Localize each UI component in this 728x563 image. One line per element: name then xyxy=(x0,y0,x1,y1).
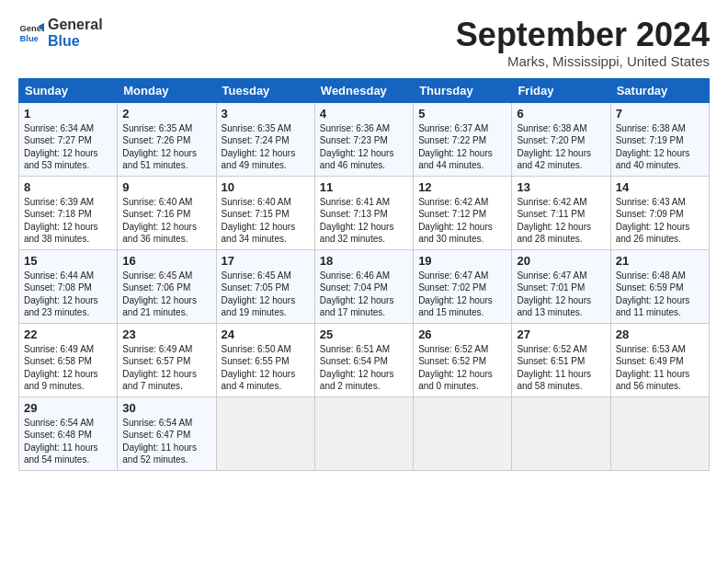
cell-info: Sunrise: 6:53 AM Sunset: 6:49 PM Dayligh… xyxy=(616,343,704,393)
cell-info: Sunrise: 6:38 AM Sunset: 7:20 PM Dayligh… xyxy=(517,122,605,172)
cell-info: Sunrise: 6:49 AM Sunset: 6:58 PM Dayligh… xyxy=(24,343,112,393)
cell-info: Sunrise: 6:36 AM Sunset: 7:23 PM Dayligh… xyxy=(320,122,408,172)
cell-info: Sunrise: 6:40 AM Sunset: 7:15 PM Dayligh… xyxy=(222,196,310,246)
day-number: 4 xyxy=(320,107,408,121)
table-row: 22Sunrise: 6:49 AM Sunset: 6:58 PM Dayli… xyxy=(19,323,118,396)
table-row: 5Sunrise: 6:37 AM Sunset: 7:22 PM Daylig… xyxy=(414,102,512,176)
table-row: 1Sunrise: 6:34 AM Sunset: 7:27 PM Daylig… xyxy=(19,102,118,176)
table-row: 20Sunrise: 6:47 AM Sunset: 7:01 PM Dayli… xyxy=(512,249,610,323)
table-row: 25Sunrise: 6:51 AM Sunset: 6:54 PM Dayli… xyxy=(314,323,413,396)
cell-info: Sunrise: 6:47 AM Sunset: 7:01 PM Dayligh… xyxy=(517,270,605,319)
day-number: 27 xyxy=(517,327,605,341)
cell-info: Sunrise: 6:35 AM Sunset: 7:26 PM Dayligh… xyxy=(122,122,210,172)
cell-info: Sunrise: 6:43 AM Sunset: 7:09 PM Dayligh… xyxy=(616,196,704,246)
day-number: 11 xyxy=(320,180,408,194)
cell-info: Sunrise: 6:49 AM Sunset: 6:57 PM Dayligh… xyxy=(122,343,210,393)
table-row: 12Sunrise: 6:42 AM Sunset: 7:12 PM Dayli… xyxy=(414,176,512,249)
table-row: 7Sunrise: 6:38 AM Sunset: 7:19 PM Daylig… xyxy=(610,102,709,176)
logo-text-blue: Blue xyxy=(48,33,103,50)
day-number: 21 xyxy=(616,254,704,268)
day-number: 18 xyxy=(320,254,408,268)
day-number: 6 xyxy=(517,107,605,121)
cell-info: Sunrise: 6:54 AM Sunset: 6:47 PM Dayligh… xyxy=(122,417,210,466)
day-number: 5 xyxy=(418,107,506,121)
table-row: 29Sunrise: 6:54 AM Sunset: 6:48 PM Dayli… xyxy=(19,396,118,470)
month-title: September 2024 xyxy=(456,17,710,53)
cell-info: Sunrise: 6:39 AM Sunset: 7:18 PM Dayligh… xyxy=(24,196,112,246)
day-number: 16 xyxy=(122,254,210,268)
col-friday: Friday xyxy=(512,78,610,102)
col-tuesday: Tuesday xyxy=(216,78,314,102)
table-row: 17Sunrise: 6:45 AM Sunset: 7:05 PM Dayli… xyxy=(216,249,314,323)
cell-info: Sunrise: 6:52 AM Sunset: 6:52 PM Dayligh… xyxy=(418,343,506,393)
table-row: 2Sunrise: 6:35 AM Sunset: 7:26 PM Daylig… xyxy=(118,102,216,176)
table-row: 14Sunrise: 6:43 AM Sunset: 7:09 PM Dayli… xyxy=(610,176,709,249)
table-row xyxy=(610,396,709,470)
day-number: 19 xyxy=(418,254,506,268)
header: General Blue General Blue September 2024… xyxy=(18,17,710,69)
table-row: 3Sunrise: 6:35 AM Sunset: 7:24 PM Daylig… xyxy=(216,102,314,176)
table-row xyxy=(512,396,610,470)
table-row: 8Sunrise: 6:39 AM Sunset: 7:18 PM Daylig… xyxy=(19,176,118,249)
table-row: 19Sunrise: 6:47 AM Sunset: 7:02 PM Dayli… xyxy=(414,249,512,323)
table-row: 26Sunrise: 6:52 AM Sunset: 6:52 PM Dayli… xyxy=(414,323,512,396)
cell-info: Sunrise: 6:50 AM Sunset: 6:55 PM Dayligh… xyxy=(222,343,310,393)
table-row: 13Sunrise: 6:42 AM Sunset: 7:11 PM Dayli… xyxy=(512,176,610,249)
day-number: 17 xyxy=(222,254,310,268)
cell-info: Sunrise: 6:35 AM Sunset: 7:24 PM Dayligh… xyxy=(222,122,310,172)
col-monday: Monday xyxy=(118,78,216,102)
location-text: Marks, Mississippi, United States xyxy=(456,53,710,69)
table-row: 21Sunrise: 6:48 AM Sunset: 6:59 PM Dayli… xyxy=(610,249,709,323)
day-number: 3 xyxy=(222,107,310,121)
table-row xyxy=(216,396,314,470)
table-row: 27Sunrise: 6:52 AM Sunset: 6:51 PM Dayli… xyxy=(512,323,610,396)
table-row: 18Sunrise: 6:46 AM Sunset: 7:04 PM Dayli… xyxy=(314,249,413,323)
table-row: 24Sunrise: 6:50 AM Sunset: 6:55 PM Dayli… xyxy=(216,323,314,396)
day-number: 29 xyxy=(24,401,112,415)
col-thursday: Thursday xyxy=(414,78,512,102)
logo-text-general: General xyxy=(48,17,103,33)
day-number: 12 xyxy=(418,180,506,194)
cell-info: Sunrise: 6:54 AM Sunset: 6:48 PM Dayligh… xyxy=(24,417,112,466)
day-number: 20 xyxy=(517,254,605,268)
col-sunday: Sunday xyxy=(19,78,118,102)
logo: General Blue General Blue xyxy=(18,17,103,49)
table-row: 9Sunrise: 6:40 AM Sunset: 7:16 PM Daylig… xyxy=(118,176,216,249)
cell-info: Sunrise: 6:52 AM Sunset: 6:51 PM Dayligh… xyxy=(517,343,605,393)
svg-text:Blue: Blue xyxy=(20,34,39,43)
cell-info: Sunrise: 6:42 AM Sunset: 7:11 PM Dayligh… xyxy=(517,196,605,246)
cell-info: Sunrise: 6:45 AM Sunset: 7:06 PM Dayligh… xyxy=(122,270,210,319)
table-row: 23Sunrise: 6:49 AM Sunset: 6:57 PM Dayli… xyxy=(118,323,216,396)
day-number: 22 xyxy=(24,327,112,341)
day-number: 13 xyxy=(517,180,605,194)
cell-info: Sunrise: 6:48 AM Sunset: 6:59 PM Dayligh… xyxy=(616,270,704,319)
cell-info: Sunrise: 6:34 AM Sunset: 7:27 PM Dayligh… xyxy=(24,122,112,172)
cell-info: Sunrise: 6:47 AM Sunset: 7:02 PM Dayligh… xyxy=(418,270,506,319)
day-number: 1 xyxy=(24,107,112,121)
col-wednesday: Wednesday xyxy=(314,78,413,102)
day-number: 15 xyxy=(24,254,112,268)
calendar-table: Sunday Monday Tuesday Wednesday Thursday… xyxy=(18,78,710,471)
col-saturday: Saturday xyxy=(610,78,709,102)
table-row: 11Sunrise: 6:41 AM Sunset: 7:13 PM Dayli… xyxy=(314,176,413,249)
day-number: 24 xyxy=(222,327,310,341)
cell-info: Sunrise: 6:42 AM Sunset: 7:12 PM Dayligh… xyxy=(418,196,506,246)
table-row: 10Sunrise: 6:40 AM Sunset: 7:15 PM Dayli… xyxy=(216,176,314,249)
cell-info: Sunrise: 6:41 AM Sunset: 7:13 PM Dayligh… xyxy=(320,196,408,246)
day-number: 8 xyxy=(24,180,112,194)
table-row xyxy=(414,396,512,470)
day-number: 7 xyxy=(616,107,704,121)
logo-icon: General Blue xyxy=(18,20,44,46)
header-row: Sunday Monday Tuesday Wednesday Thursday… xyxy=(19,78,710,102)
table-row: 4Sunrise: 6:36 AM Sunset: 7:23 PM Daylig… xyxy=(314,102,413,176)
cell-info: Sunrise: 6:45 AM Sunset: 7:05 PM Dayligh… xyxy=(222,270,310,319)
table-row: 28Sunrise: 6:53 AM Sunset: 6:49 PM Dayli… xyxy=(610,323,709,396)
day-number: 25 xyxy=(320,327,408,341)
cell-info: Sunrise: 6:44 AM Sunset: 7:08 PM Dayligh… xyxy=(24,270,112,319)
table-row: 15Sunrise: 6:44 AM Sunset: 7:08 PM Dayli… xyxy=(19,249,118,323)
day-number: 10 xyxy=(222,180,310,194)
cell-info: Sunrise: 6:38 AM Sunset: 7:19 PM Dayligh… xyxy=(616,122,704,172)
cell-info: Sunrise: 6:40 AM Sunset: 7:16 PM Dayligh… xyxy=(122,196,210,246)
day-number: 28 xyxy=(616,327,704,341)
table-row: 16Sunrise: 6:45 AM Sunset: 7:06 PM Dayli… xyxy=(118,249,216,323)
